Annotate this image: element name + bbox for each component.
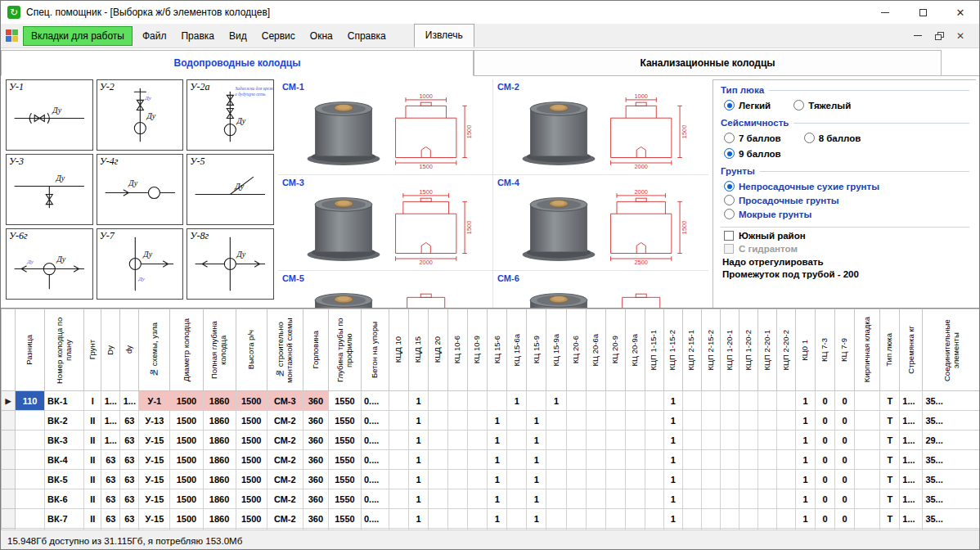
column-header[interactable]: КЦ 7-9 [835, 309, 855, 391]
cell[interactable] [586, 411, 605, 431]
well-cell[interactable]: СМ-2 100015002000 [493, 79, 708, 175]
cell[interactable]: 0.... [362, 509, 389, 529]
cell[interactable] [566, 411, 586, 431]
cell[interactable] [682, 489, 701, 509]
cell[interactable] [739, 450, 757, 470]
radio-option[interactable]: Непросадочные сухие грунты [724, 181, 968, 192]
menu-item[interactable]: Вид [222, 26, 254, 46]
cell[interactable]: Т [880, 411, 900, 431]
cell[interactable]: У-15 [139, 450, 170, 470]
cell[interactable]: 1 [796, 489, 816, 509]
cell[interactable] [625, 470, 645, 489]
cell[interactable] [468, 509, 488, 529]
cell[interactable]: 0.... [362, 431, 389, 450]
cell[interactable]: 35... [923, 391, 979, 411]
column-header[interactable]: КЦ 20-9а [625, 309, 645, 391]
cell[interactable]: 1 [409, 431, 429, 450]
cell[interactable] [739, 470, 757, 489]
cell[interactable] [605, 489, 625, 509]
cell[interactable]: 63 [101, 450, 120, 470]
cell[interactable]: 1860 [203, 470, 236, 489]
column-header[interactable]: КЦД 20 [429, 309, 448, 391]
cell[interactable]: 0.... [362, 391, 389, 411]
cell[interactable]: 1550 [328, 411, 361, 431]
cell[interactable]: 1 [488, 431, 507, 450]
cell[interactable] [701, 411, 720, 431]
work-tabs-button[interactable]: Вкладки для работы [23, 26, 133, 46]
cell[interactable]: 1 [409, 489, 429, 509]
radio-option[interactable]: Тяжелый [793, 100, 851, 110]
cell[interactable]: Т [880, 450, 900, 470]
cell[interactable]: ВК-6 [45, 489, 84, 509]
cell[interactable]: 1550 [328, 391, 361, 411]
cell[interactable]: 1500 [236, 509, 267, 529]
cell[interactable] [16, 450, 45, 470]
cell[interactable] [389, 411, 409, 431]
schematic-cell[interactable]: У-3Ду [6, 154, 93, 225]
cell[interactable]: 1 [409, 450, 429, 470]
well-cell[interactable]: СМ-3 150015002000 [278, 175, 493, 271]
cell[interactable]: СМ-3 [267, 391, 303, 411]
cell[interactable]: 1 [527, 489, 546, 509]
column-header[interactable]: Кирпичная кладка [855, 309, 880, 391]
cell[interactable]: 1 [409, 411, 429, 431]
cell[interactable] [605, 509, 625, 529]
cell[interactable] [701, 509, 720, 529]
column-header[interactable]: Тип люка [880, 309, 900, 391]
cell[interactable] [448, 391, 468, 411]
column-header[interactable]: КЦ0 1 [796, 309, 816, 391]
column-header[interactable]: Dy [101, 309, 120, 391]
cell[interactable] [701, 450, 720, 470]
cell[interactable] [586, 450, 605, 470]
cell[interactable] [720, 391, 739, 411]
cell[interactable] [389, 450, 409, 470]
cell[interactable] [507, 450, 527, 470]
cell[interactable] [682, 470, 701, 489]
menu-item[interactable]: Правка [173, 26, 222, 46]
close-button[interactable]: ✕ [942, 1, 979, 24]
cell[interactable] [777, 489, 796, 509]
row-marker[interactable] [2, 470, 16, 489]
cell[interactable] [429, 489, 448, 509]
mdi-minimize-button[interactable] [909, 28, 927, 44]
schematic-cell[interactable]: У-8гДу [187, 228, 274, 300]
cell[interactable] [855, 391, 880, 411]
menu-item[interactable]: Сервис [254, 26, 303, 46]
cell[interactable]: 1 [663, 509, 682, 529]
cell[interactable] [777, 391, 796, 411]
cell[interactable] [429, 411, 448, 431]
cell[interactable] [645, 411, 663, 431]
cell[interactable] [757, 489, 776, 509]
cell[interactable] [625, 391, 645, 411]
column-header[interactable]: Глубина трубы по профилю [328, 309, 361, 391]
cell[interactable]: 1 [527, 431, 546, 450]
cell[interactable]: ВК-2 [45, 411, 84, 431]
cell[interactable]: 1500 [170, 509, 203, 529]
cell[interactable]: У-15 [139, 489, 170, 509]
cell[interactable]: II [84, 509, 101, 529]
cell[interactable]: 1550 [328, 509, 361, 529]
cell[interactable] [488, 391, 507, 411]
cell[interactable] [701, 489, 720, 509]
menu-item[interactable]: Окна [303, 26, 340, 46]
column-header[interactable]: Высота р/ч [236, 309, 267, 391]
cell[interactable] [507, 470, 527, 489]
cell[interactable] [586, 509, 605, 529]
tab-sewer-wells[interactable]: Канализационные колодцы [474, 50, 942, 76]
cell[interactable]: 35... [923, 509, 979, 529]
cell[interactable]: 0 [816, 470, 835, 489]
cell[interactable] [682, 411, 701, 431]
cell[interactable]: 1500 [170, 431, 203, 450]
cell[interactable]: СМ-2 [267, 411, 303, 431]
cell[interactable]: 1500 [170, 391, 203, 411]
column-header[interactable]: Бетон на упоры [362, 309, 389, 391]
cell[interactable] [16, 431, 45, 450]
cell[interactable] [566, 391, 586, 411]
cell[interactable] [429, 431, 448, 450]
row-marker[interactable] [2, 509, 16, 529]
cell[interactable] [566, 470, 586, 489]
cell[interactable] [16, 489, 45, 509]
cell[interactable]: 1860 [203, 411, 236, 431]
cell[interactable] [777, 450, 796, 470]
cell[interactable]: ВК-3 [45, 431, 84, 450]
